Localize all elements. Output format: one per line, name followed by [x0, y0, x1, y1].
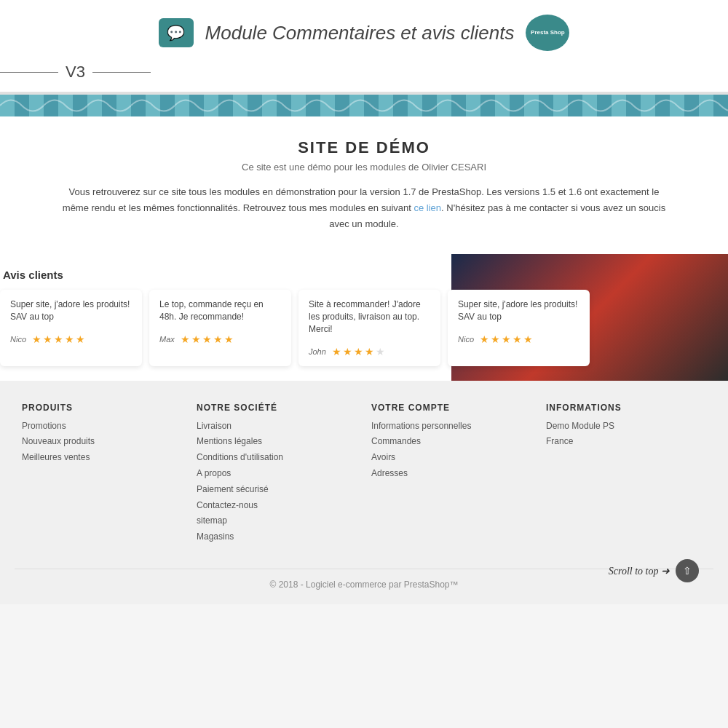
footer-link[interactable]: Livraison — [197, 420, 357, 432]
review-author: Nico — [10, 335, 26, 344]
footer-col-0: PRODUITSPromotionsNouveaux produitsMeill… — [15, 403, 189, 547]
star-filled: ★ — [502, 333, 511, 345]
star-filled: ★ — [43, 333, 52, 345]
star-filled: ★ — [213, 333, 223, 345]
footer-link[interactable]: Meilleures ventes — [22, 451, 182, 464]
review-text: Super site, j'adore les produits! SAV au… — [10, 298, 132, 323]
footer-columns: PRODUITSPromotionsNouveaux produitsMeill… — [15, 403, 713, 547]
footer-col-title-2: VOTRE COMPTE — [371, 403, 531, 413]
footer-col-3: INFORMATIONSDemo Module PSFrance — [539, 403, 713, 547]
review-author: Max — [159, 335, 175, 344]
reviews-content: Avis clients Super site, j'adore les pro… — [0, 254, 728, 380]
review-stars: ★★★★★ — [480, 333, 533, 345]
copyright: © 2018 - Logiciel e-commerce par PrestaS… — [270, 579, 459, 590]
review-footer: John★★★★★ — [309, 346, 430, 357]
star-filled: ★ — [224, 333, 234, 345]
star-filled: ★ — [332, 346, 341, 357]
footer-col-title-0: PRODUITS — [22, 403, 182, 413]
footer-link[interactable]: Magasins — [197, 531, 357, 543]
star-filled: ★ — [65, 333, 74, 345]
banner-title: Module Commentaires et avis clients — [205, 22, 515, 44]
star-filled: ★ — [54, 333, 63, 345]
footer-col-title-1: NOTRE SOCIÉTÉ — [197, 403, 357, 413]
footer-link[interactable]: A propos — [197, 467, 357, 480]
reviews-cards: Super site, j'adore les produits! SAV au… — [0, 290, 713, 365]
review-card: Super site, j'adore les produits! SAV au… — [0, 290, 142, 365]
scroll-top-area[interactable]: Scroll to top ➜ ⇧ — [609, 559, 699, 582]
prestashop-logo: Presta Shop — [526, 15, 569, 51]
footer-link[interactable]: France — [546, 435, 706, 448]
wave-decoration — [0, 95, 728, 116]
footer-link[interactable]: Nouveaux produits — [22, 435, 182, 448]
footer-link[interactable]: Promotions — [22, 420, 182, 432]
star-filled: ★ — [480, 333, 489, 345]
review-author: John — [309, 347, 326, 356]
review-card: Site à recommander! J'adore les produits… — [298, 290, 440, 365]
review-footer: Max★★★★★ — [159, 333, 281, 345]
demo-link[interactable]: ce lien — [414, 202, 441, 213]
star-filled: ★ — [365, 346, 374, 357]
review-text: Super site, j'adore les produits! SAV au… — [458, 298, 579, 323]
demo-body: Vous retrouverez sur ce site tous les mo… — [58, 184, 670, 232]
demo-title: SITE DE DÉMO — [58, 138, 670, 157]
module-icon: 💬 — [159, 18, 194, 47]
star-filled: ★ — [76, 333, 85, 345]
star-filled: ★ — [191, 333, 201, 345]
review-text: Le top, commande reçu en 48h. Je recomma… — [159, 298, 281, 323]
star-filled: ★ — [343, 346, 352, 357]
footer-link[interactable]: Informations personnelles — [371, 420, 531, 432]
footer-link[interactable]: Avoirs — [371, 451, 531, 464]
reviews-section: Avis clients Super site, j'adore les pro… — [0, 254, 728, 380]
review-footer: Nico★★★★★ — [458, 333, 579, 345]
reviews-heading: Avis clients — [0, 269, 713, 281]
review-stars: ★★★★★ — [32, 333, 85, 345]
footer-link[interactable]: sitemap — [197, 515, 357, 527]
demo-section: SITE DE DÉMO Ce site est une démo pour l… — [0, 116, 728, 254]
star-empty: ★ — [376, 346, 385, 357]
scroll-top-button[interactable]: ⇧ — [676, 559, 699, 582]
star-filled: ★ — [32, 333, 41, 345]
footer-link[interactable]: Conditions d'utilisation — [197, 451, 357, 464]
star-filled: ★ — [491, 333, 500, 345]
star-filled: ★ — [202, 333, 212, 345]
star-filled: ★ — [354, 346, 363, 357]
review-stars: ★★★★★ — [332, 346, 385, 357]
footer-link[interactable]: Adresses — [371, 467, 531, 480]
review-card: Le top, commande reçu en 48h. Je recomma… — [149, 290, 291, 365]
footer-col-2: VOTRE COMPTEInformations personnellesCom… — [364, 403, 539, 547]
footer: PRODUITSPromotionsNouveaux produitsMeill… — [0, 381, 728, 604]
banner-content: 💬 Module Commentaires et avis clients Pr… — [0, 15, 728, 58]
review-author: Nico — [458, 335, 474, 344]
star-filled: ★ — [181, 333, 190, 345]
footer-link[interactable]: Commandes — [371, 435, 531, 448]
review-card: Super site, j'adore les produits! SAV au… — [448, 290, 590, 365]
review-footer: Nico★★★★★ — [10, 333, 132, 345]
footer-col-1: NOTRE SOCIÉTÉLivraisonMentions légalesCo… — [189, 403, 364, 547]
banner-version: V3 — [0, 58, 728, 92]
banner: 💬 Module Commentaires et avis clients Pr… — [0, 0, 728, 95]
footer-link[interactable]: Demo Module PS — [546, 420, 706, 432]
review-stars: ★★★★★ — [181, 333, 234, 345]
footer-link[interactable]: Paiement sécurisé — [197, 483, 357, 496]
scroll-top-label: Scroll to top ➜ — [609, 565, 670, 577]
review-text: Site à recommander! J'adore les produits… — [309, 298, 430, 335]
footer-bottom: © 2018 - Logiciel e-commerce par PrestaS… — [15, 569, 713, 590]
star-filled: ★ — [513, 333, 522, 345]
footer-link[interactable]: Contactez-nous — [197, 499, 357, 512]
footer-col-title-3: INFORMATIONS — [546, 403, 706, 413]
demo-subtitle: Ce site est une démo pour les modules de… — [58, 162, 670, 173]
star-filled: ★ — [523, 333, 533, 345]
footer-link[interactable]: Mentions légales — [197, 435, 357, 448]
